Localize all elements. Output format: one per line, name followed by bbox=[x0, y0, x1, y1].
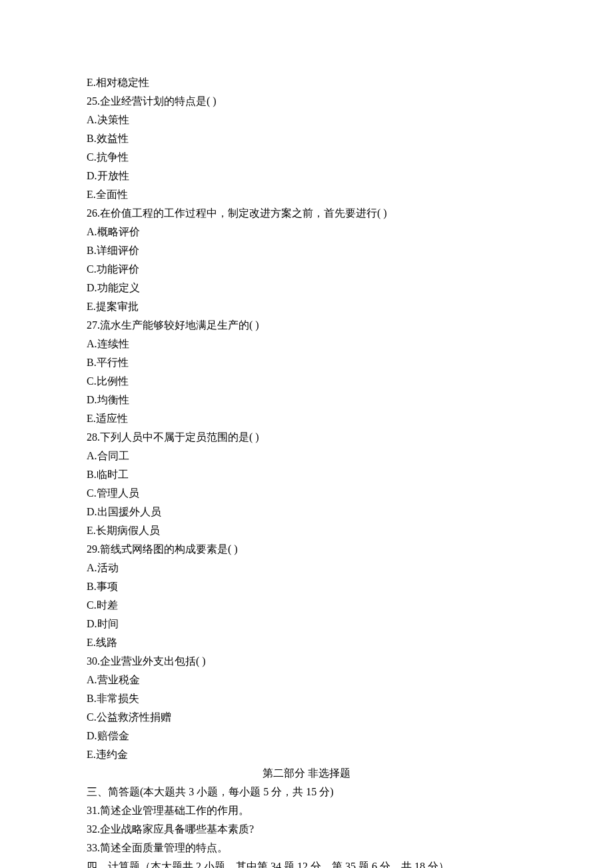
option-text: B.事项 bbox=[87, 577, 526, 596]
section4-title: 四、计算题（本大题共 2 小题，其中第 34 题 12 分，第 35 题 6 分… bbox=[87, 857, 526, 868]
option-text: D.赔偿金 bbox=[87, 727, 526, 745]
option-text: E.违约金 bbox=[87, 745, 526, 764]
option-text: D.开放性 bbox=[87, 167, 526, 185]
page-container: E.相对稳定性 25.企业经营计划的特点是( ) A.决策性 B.效益性 C.抗… bbox=[0, 0, 613, 868]
option-text: D.出国援外人员 bbox=[87, 503, 526, 521]
option-text: A.营业税金 bbox=[87, 671, 526, 689]
option-text: B.效益性 bbox=[87, 129, 526, 148]
option-text: B.临时工 bbox=[87, 465, 526, 484]
option-text: D.时间 bbox=[87, 615, 526, 633]
question-text: 25.企业经营计划的特点是( ) bbox=[87, 92, 526, 111]
question-text: 33.简述全面质量管理的特点。 bbox=[87, 839, 526, 857]
option-text: C.公益救济性捐赠 bbox=[87, 708, 526, 727]
option-text: E.提案审批 bbox=[87, 297, 526, 316]
option-text: A.合同工 bbox=[87, 447, 526, 465]
option-text: C.抗争性 bbox=[87, 148, 526, 167]
option-text: C.功能评价 bbox=[87, 260, 526, 279]
option-text: A.概略评价 bbox=[87, 223, 526, 241]
option-text: B.非常损失 bbox=[87, 689, 526, 708]
option-text: D.均衡性 bbox=[87, 391, 526, 409]
question-text: 29.箭线式网络图的构成要素是( ) bbox=[87, 540, 526, 559]
option-text: E.适应性 bbox=[87, 409, 526, 428]
option-text: A.决策性 bbox=[87, 111, 526, 129]
question-text: 26.在价值工程的工作过程中，制定改进方案之前，首先要进行( ) bbox=[87, 204, 526, 223]
question-text: 27.流水生产能够较好地满足生产的( ) bbox=[87, 316, 526, 335]
option-text: E.线路 bbox=[87, 633, 526, 652]
question-text: 28.下列人员中不属于定员范围的是( ) bbox=[87, 428, 526, 447]
question-text: 30.企业营业外支出包括( ) bbox=[87, 652, 526, 671]
section3-title: 三、简答题(本大题共 3 小题，每小题 5 分，共 15 分) bbox=[87, 783, 526, 801]
question-text: 32.企业战略家应具备哪些基本素质? bbox=[87, 820, 526, 839]
option-text: C.时差 bbox=[87, 596, 526, 615]
option-text: C.比例性 bbox=[87, 372, 526, 391]
option-text: D.功能定义 bbox=[87, 279, 526, 297]
option-text: A.活动 bbox=[87, 559, 526, 577]
section-header: 第二部分 非选择题 bbox=[87, 764, 526, 783]
option-text: B.平行性 bbox=[87, 353, 526, 372]
option-text: A.连续性 bbox=[87, 335, 526, 353]
question-text: 31.简述企业管理基础工作的作用。 bbox=[87, 801, 526, 820]
option-text: C.管理人员 bbox=[87, 484, 526, 503]
option-text: E.全面性 bbox=[87, 185, 526, 204]
option-text: E.相对稳定性 bbox=[87, 73, 526, 92]
option-text: B.详细评价 bbox=[87, 241, 526, 260]
option-text: E.长期病假人员 bbox=[87, 521, 526, 540]
